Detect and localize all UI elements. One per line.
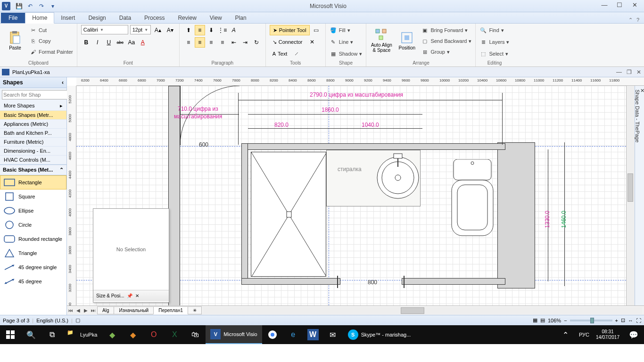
page-tab[interactable]: Переплан1: [153, 306, 188, 314]
chrome-icon[interactable]: [262, 325, 283, 344]
vertical-ruler[interactable]: 5200500048004600440042004000380036003400…: [67, 86, 76, 305]
action-center-icon[interactable]: 💬: [623, 325, 644, 344]
shape-45-degree[interactable]: 45 degree: [0, 274, 66, 288]
size-position-tab[interactable]: Size & Posi...: [96, 293, 124, 298]
new-page-button[interactable]: ✳: [188, 306, 202, 314]
more-shapes-item[interactable]: More Shapes▸: [0, 101, 66, 111]
word-icon[interactable]: W: [307, 329, 319, 340]
fullscreen-button[interactable]: ⛶: [636, 318, 641, 323]
find-button[interactable]: 🔍Find ▾: [479, 25, 504, 35]
stencil-item[interactable]: Bath and Kitchen P...: [0, 129, 66, 138]
wall[interactable]: [402, 278, 505, 285]
page-first-button[interactable]: ⏮: [67, 308, 74, 313]
format-painter-button[interactable]: 🖌Format Painter: [29, 47, 73, 57]
text-direction-button[interactable]: A: [229, 25, 239, 35]
strike-button[interactable]: abc: [115, 37, 125, 48]
undo-icon[interactable]: ↶: [25, 1, 35, 11]
align-left-button[interactable]: ≡: [183, 37, 194, 48]
align-right-button[interactable]: ≡: [206, 37, 216, 48]
status-language[interactable]: English (U.S.): [36, 318, 68, 323]
review-tab[interactable]: Review: [171, 13, 203, 23]
system-clock[interactable]: 08:3114/07/2017: [592, 329, 623, 340]
font-color-button[interactable]: A: [138, 37, 148, 48]
group-button[interactable]: ⊞Group ▾: [421, 47, 471, 57]
opera-icon[interactable]: O: [143, 325, 164, 344]
font-name-select[interactable]: Calibri▼: [81, 25, 128, 34]
page-tab[interactable]: Изначальный: [114, 306, 154, 314]
zoom-out-button[interactable]: −: [564, 318, 567, 323]
search-button[interactable]: 🔍: [21, 325, 41, 344]
auto-align-button[interactable]: Auto Align & Space: [370, 25, 393, 56]
shape-triangle[interactable]: Triangle: [0, 246, 66, 260]
active-stencil-header[interactable]: Basic Shapes (Met...⌃: [0, 165, 66, 175]
view-presentation-icon[interactable]: ▦: [533, 317, 537, 323]
italic-button[interactable]: I: [92, 37, 103, 48]
plan-tab[interactable]: Plan: [229, 13, 253, 23]
door-swing[interactable]: [180, 86, 246, 147]
vertical-scrollbar[interactable]: [626, 86, 635, 305]
start-button[interactable]: [0, 325, 21, 344]
wall[interactable]: [241, 143, 505, 150]
home-tab[interactable]: Home: [25, 12, 54, 24]
process-tab[interactable]: Process: [138, 13, 171, 23]
view-switch-icon[interactable]: ▤: [540, 317, 545, 323]
wall[interactable]: [497, 142, 535, 288]
pin-icon[interactable]: 📌: [127, 293, 132, 298]
stencil-item[interactable]: Dimensioning - En...: [0, 147, 66, 156]
save-icon[interactable]: 💾: [14, 1, 24, 11]
line-tool-button[interactable]: ⟋: [291, 49, 302, 59]
mdi-restore-button[interactable]: ❐: [627, 69, 632, 75]
task-view-button[interactable]: ⧉: [41, 325, 62, 344]
data-tab[interactable]: Data: [113, 13, 138, 23]
page-next-button[interactable]: ▶: [82, 308, 90, 313]
file-tab[interactable]: File: [1, 13, 25, 23]
view-tab[interactable]: View: [203, 13, 229, 23]
justify-button[interactable]: ≡: [217, 37, 228, 48]
zoom-slider[interactable]: [570, 320, 612, 321]
design-tab[interactable]: Design: [82, 13, 112, 23]
excel-icon[interactable]: X: [164, 325, 185, 344]
sink-shape[interactable]: [376, 152, 421, 204]
toilet-shape[interactable]: [449, 159, 496, 239]
layers-button[interactable]: ≣Layers ▾: [479, 37, 509, 47]
mail-icon[interactable]: ✉: [322, 325, 343, 344]
copy-button[interactable]: ⎘Copy: [29, 36, 73, 46]
shape-45-single[interactable]: 45 degree single: [0, 260, 66, 274]
taskbar-app-icon[interactable]: ◆: [123, 325, 143, 344]
freeform-tool-button[interactable]: ✕: [307, 37, 317, 47]
paste-button[interactable]: Paste: [4, 25, 26, 56]
send-backward-button[interactable]: ▢Send Backward ▾: [421, 36, 471, 46]
redo-icon[interactable]: ↷: [37, 1, 46, 11]
shape-square[interactable]: Square: [0, 189, 66, 204]
taskbar-folder[interactable]: 📁LyuPka: [62, 325, 102, 344]
stencil-item[interactable]: Appliances (Metric): [0, 120, 66, 129]
maximize-button[interactable]: ☐: [614, 1, 625, 11]
shadow-button[interactable]: ▦Shadow ▾: [330, 49, 363, 59]
select-button[interactable]: ⬚Select ▾: [479, 49, 508, 59]
taskbar-app-icon[interactable]: ◆: [102, 325, 123, 344]
bullets-button[interactable]: ⋮≡: [217, 25, 228, 35]
shapes-search-input[interactable]: [2, 90, 70, 99]
shape-rounded-rect[interactable]: Rounded rectangle: [0, 232, 66, 246]
close-button[interactable]: ✕: [629, 1, 640, 11]
outdent-button[interactable]: ⇤: [229, 37, 239, 48]
wall[interactable]: [241, 278, 340, 285]
zoom-level[interactable]: 106%: [548, 318, 561, 323]
rotate-text-button[interactable]: ↻: [251, 37, 262, 48]
tray-overflow-icon[interactable]: ⌃: [555, 325, 576, 344]
insert-tab[interactable]: Insert: [54, 13, 82, 23]
edge-icon[interactable]: e: [283, 325, 304, 344]
rectangle-tool-button[interactable]: ▭: [311, 25, 322, 35]
horizontal-scrollbar[interactable]: [203, 307, 642, 314]
cut-button[interactable]: ✂Cut: [29, 25, 73, 35]
close-shape-data-icon[interactable]: ✕: [640, 88, 644, 94]
align-middle-button[interactable]: ≡: [195, 25, 205, 35]
connector-tool-button[interactable]: ↘Connector: [270, 37, 305, 47]
bold-button[interactable]: B: [81, 37, 91, 48]
minimize-button[interactable]: —: [599, 1, 610, 11]
taskbar-visio[interactable]: VMicrosoft Visio: [206, 325, 262, 344]
bring-forward-button[interactable]: ▣Bring Forward ▾: [421, 25, 471, 35]
help-icon[interactable]: ?: [636, 17, 639, 23]
line-style-button[interactable]: ✎Line ▾: [330, 37, 354, 47]
size-position-window[interactable]: No Selection Size & Posi...📌✕: [93, 208, 169, 303]
